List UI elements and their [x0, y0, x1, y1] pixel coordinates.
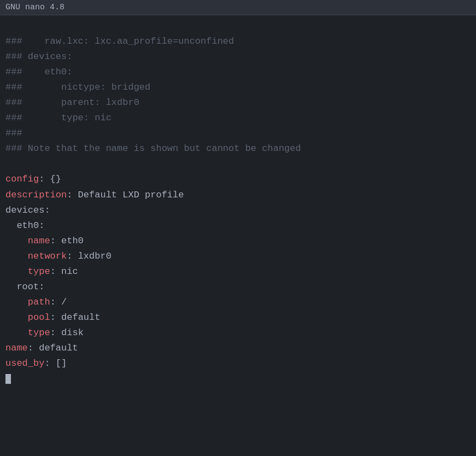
editor-line: name: default	[5, 341, 471, 356]
title-label: GNU nano 4.8	[5, 3, 64, 12]
title-bar: GNU nano 4.8	[0, 0, 476, 15]
editor-line: ### type: nic	[5, 110, 471, 126]
editor-line: used_by: []	[5, 356, 471, 371]
editor-line: network: lxdbr0	[5, 249, 471, 264]
editor-line: type: nic	[5, 264, 471, 279]
editor-line: path: /	[5, 295, 471, 310]
editor-line: ###	[5, 126, 471, 141]
editor-line: description: Default LXD profile	[5, 188, 471, 203]
editor-line: ### devices:	[5, 49, 471, 65]
editor-line: type: disk	[5, 325, 471, 341]
editor-line: ### Note that the name is shown but cann…	[5, 141, 471, 156]
editor-line: name: eth0	[5, 233, 471, 249]
editor-line: eth0:	[5, 218, 471, 233]
cursor	[5, 374, 11, 384]
editor-line: pool: default	[5, 310, 471, 325]
editor-area[interactable]: ### raw.lxc: lxc.aa_profile=unconfined##…	[0, 15, 476, 390]
editor-line: root:	[5, 279, 471, 295]
cursor-line	[5, 371, 471, 387]
editor-line	[5, 156, 471, 172]
editor-line: devices:	[5, 203, 471, 218]
editor-line: ### parent: lxdbr0	[5, 95, 471, 110]
editor-line: config: {}	[5, 172, 471, 187]
editor-line: ### raw.lxc: lxc.aa_profile=unconfined	[5, 34, 471, 49]
editor-line: ### eth0:	[5, 65, 471, 80]
editor-line: ### nictype: bridged	[5, 80, 471, 95]
